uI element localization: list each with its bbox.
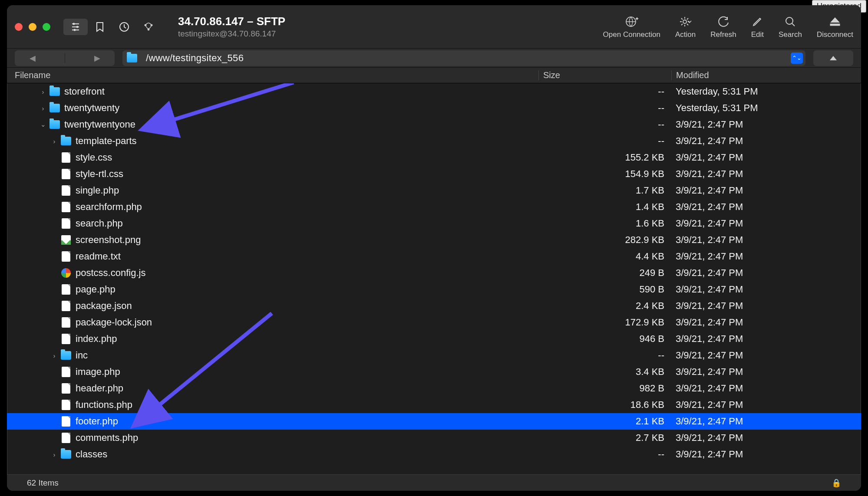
view-mode-history[interactable] [112,19,136,35]
file-row[interactable]: searchform.php1.4 KB3/9/21, 2:47 PM [7,199,861,215]
file-modified: 3/9/21, 2:47 PM [671,333,861,345]
file-row[interactable]: style-rtl.css154.9 KB3/9/21, 2:47 PM [7,166,861,182]
folder-icon [50,103,60,113]
path-dropdown-button[interactable]: ⌃⌄ [791,53,803,64]
file-row[interactable]: comments.php2.7 KB3/9/21, 2:47 PM [7,430,861,446]
zoom-window-button[interactable] [43,23,50,31]
file-row[interactable]: page.php590 B3/9/21, 2:47 PM [7,281,861,298]
file-row[interactable]: header.php982 B3/9/21, 2:47 PM [7,380,861,397]
status-item-count: 62 Items [27,478,59,488]
file-name: readme.txt [76,251,121,262]
file-row[interactable]: package-lock.json172.9 KB3/9/21, 2:47 PM [7,314,861,331]
nav-separator [65,53,65,63]
file-name: header.php [76,383,123,394]
js-icon [61,268,71,278]
file-row[interactable]: ›template-parts--3/9/21, 2:47 PM [7,133,861,149]
folder-icon [61,350,71,361]
view-mode-browser[interactable] [63,19,88,35]
file-size: 3.4 KB [538,366,671,378]
file-row[interactable]: ⌄twentytwentyone--3/9/21, 2:47 PM [7,116,861,133]
file-row[interactable]: postcss.config.js249 B3/9/21, 2:47 PM [7,265,861,281]
file-row[interactable]: footer.php2.1 KB3/9/21, 2:47 PM [7,413,861,430]
file-list[interactable]: ›storefront--Yesterday, 5:31 PM›twentytw… [7,83,861,461]
view-mode-bonjour[interactable] [136,19,161,35]
file-row[interactable]: package.json2.4 KB3/9/21, 2:47 PM [7,298,861,314]
file-row[interactable]: image.php3.4 KB3/9/21, 2:47 PM [7,364,861,380]
disclosure-triangle[interactable]: › [51,352,57,359]
toolbar-label: Open Connection [603,30,660,39]
file-icon [61,383,71,394]
file-row[interactable]: ›inc--3/9/21, 2:47 PM [7,347,861,364]
file-row[interactable]: ›twentytwenty--Yesterday, 5:31 PM [7,100,861,116]
edit-button[interactable]: Edit [751,15,764,39]
column-size[interactable]: Size [538,70,671,80]
view-mode-segment [63,19,161,35]
file-icon [61,152,71,163]
file-size: 282.9 KB [538,234,671,246]
app-window: 34.70.86.147 – SFTP testingsitex@34.70.8… [7,5,861,491]
file-icon [61,433,71,443]
disconnect-button[interactable]: Disconnect [817,15,853,39]
minimize-window-button[interactable] [29,23,36,31]
file-name: package.json [76,300,132,312]
file-row[interactable]: single.php1.7 KB3/9/21, 2:47 PM [7,182,861,199]
chevron-up-icon [829,55,837,61]
action-button[interactable]: Action [675,15,696,39]
file-name: postcss.config.js [76,267,145,279]
toolbar-label: Edit [751,30,764,39]
view-mode-bookmarks[interactable] [88,19,112,35]
file-modified: 3/9/21, 2:47 PM [671,152,861,163]
file-row[interactable]: ›storefront--Yesterday, 5:31 PM [7,83,861,100]
disclosure-triangle[interactable]: › [51,451,57,458]
eject-icon [828,16,842,27]
column-modified[interactable]: Modified [671,70,861,80]
disclosure-triangle[interactable]: › [51,138,57,145]
file-size: -- [538,449,671,460]
column-filename[interactable]: Filename [7,70,538,80]
svg-point-9 [786,17,793,24]
nav-forward-button[interactable]: ▶ [94,53,100,63]
file-modified: 3/9/21, 2:47 PM [671,399,861,411]
close-window-button[interactable] [15,23,23,31]
file-modified: 3/9/21, 2:47 PM [671,251,861,262]
file-size: 4.4 KB [538,251,671,262]
file-name: package-lock.json [76,317,152,328]
file-name: twentytwentyone [64,119,135,130]
file-row[interactable]: style.css155.2 KB3/9/21, 2:47 PM [7,149,861,166]
file-row[interactable]: index.php946 B3/9/21, 2:47 PM [7,331,861,347]
refresh-button[interactable]: Refresh [710,15,736,39]
file-row[interactable]: readme.txt4.4 KB3/9/21, 2:47 PM [7,248,861,265]
path-field[interactable]: /www/testingsitex_556 ⌃⌄ [122,50,805,66]
file-row[interactable]: ›classes--3/9/21, 2:47 PM [7,446,861,461]
go-up-button[interactable] [813,50,853,66]
disclosure-triangle[interactable]: › [40,105,46,112]
file-name: index.php [76,333,117,345]
open-connection-button[interactable]: Open Connection [603,15,660,39]
file-icon [61,251,71,262]
file-modified: 3/9/21, 2:47 PM [671,416,861,427]
file-row[interactable]: screenshot.png282.9 KB3/9/21, 2:47 PM [7,232,861,248]
file-icon [61,367,71,377]
file-icon [61,400,71,410]
file-size: -- [538,119,671,130]
folder-icon [50,119,60,130]
toolbar-label: Disconnect [817,30,853,39]
file-row[interactable]: functions.php18.6 KB3/9/21, 2:47 PM [7,397,861,413]
file-icon [61,317,71,328]
search-button[interactable]: Search [779,15,802,39]
file-modified: 3/9/21, 2:47 PM [671,284,861,295]
disclosure-triangle[interactable]: › [40,88,46,95]
file-size: -- [538,102,671,114]
column-headers: Filename Size Modified [7,68,861,83]
disclosure-triangle[interactable]: ⌄ [40,121,46,128]
nav-back-button[interactable]: ◀ [30,53,36,63]
gear-icon [679,16,692,27]
file-size: 249 B [538,267,671,279]
file-size: 2.1 KB [538,416,671,427]
file-modified: 3/9/21, 2:47 PM [671,234,861,246]
file-name: screenshot.png [76,234,141,246]
file-name: functions.php [76,399,132,411]
clock-icon [119,22,129,32]
svg-point-0 [73,23,75,25]
file-row[interactable]: search.php1.6 KB3/9/21, 2:47 PM [7,215,861,232]
